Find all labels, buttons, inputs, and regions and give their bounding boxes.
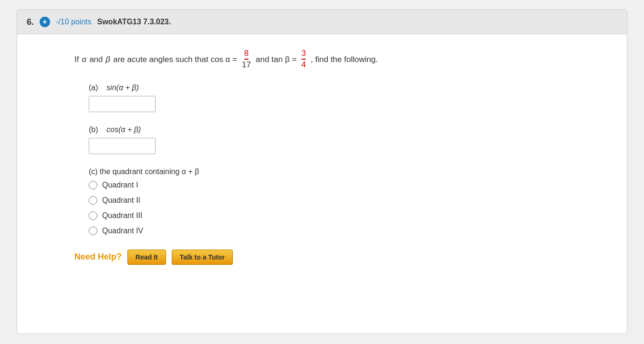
quadrant-i-option[interactable]: Quadrant I bbox=[89, 181, 579, 189]
beta-symbol: β bbox=[106, 53, 111, 66]
talk-to-tutor-button[interactable]: Talk to a Tutor bbox=[172, 250, 233, 265]
quadrant-iii-label: Quadrant III bbox=[102, 211, 143, 220]
tan-numerator: 3 bbox=[301, 49, 306, 60]
cos-denominator: 17 bbox=[242, 60, 251, 70]
statement-if: If bbox=[74, 53, 79, 66]
part-a: (a) sin(α + β) bbox=[89, 83, 579, 112]
need-help-label: Need Help? bbox=[74, 252, 122, 262]
question-number: 6. bbox=[27, 17, 34, 27]
points-label: -/10 points bbox=[56, 18, 92, 26]
add-icon: + bbox=[40, 17, 50, 27]
part-a-expression: sin(α + β) bbox=[106, 83, 139, 92]
part-a-input[interactable] bbox=[89, 96, 156, 112]
part-b-input[interactable] bbox=[89, 138, 156, 154]
question-card: 6. + -/10 points SwokATG13 7.3.023. If α… bbox=[17, 10, 627, 334]
tan-fraction: 3 4 bbox=[301, 49, 306, 70]
quadrant-i-label: Quadrant I bbox=[102, 181, 138, 189]
statement-suffix: , find the following. bbox=[311, 53, 378, 66]
quadrant-ii-radio[interactable] bbox=[89, 196, 97, 205]
quadrant-ii-label: Quadrant II bbox=[102, 196, 140, 205]
and-connector: and bbox=[89, 53, 103, 66]
quadrant-iii-radio[interactable] bbox=[89, 211, 97, 220]
statement-middle: are acute angles such that cos α = bbox=[113, 53, 237, 66]
statement-and: and tan β = bbox=[256, 53, 297, 66]
quadrant-ii-option[interactable]: Quadrant II bbox=[89, 196, 579, 205]
part-c-label: (c) the quadrant containing α + β bbox=[89, 167, 579, 176]
quadrant-radio-group: Quadrant I Quadrant II Quadrant III Quad… bbox=[89, 181, 579, 235]
part-b-label: (b) cos(α + β) bbox=[89, 125, 579, 134]
question-header: 6. + -/10 points SwokATG13 7.3.023. bbox=[17, 10, 627, 34]
cos-fraction: 8 17 bbox=[242, 49, 251, 70]
cos-numerator: 8 bbox=[244, 49, 249, 60]
tan-denominator: 4 bbox=[301, 60, 306, 70]
alpha-symbol: α bbox=[82, 53, 86, 66]
quadrant-iv-label: Quadrant IV bbox=[102, 227, 143, 235]
part-b-expression: cos(α + β) bbox=[106, 125, 141, 134]
quadrant-iv-radio[interactable] bbox=[89, 227, 97, 235]
part-a-label: (a) sin(α + β) bbox=[89, 83, 579, 92]
problem-statement: If α and β are acute angles such that co… bbox=[74, 49, 579, 70]
problem-id: SwokATG13 7.3.023. bbox=[97, 18, 171, 26]
part-b: (b) cos(α + β) bbox=[89, 125, 579, 154]
question-body: If α and β are acute angles such that co… bbox=[17, 34, 627, 279]
read-it-button[interactable]: Read It bbox=[127, 250, 166, 265]
quadrant-iv-option[interactable]: Quadrant IV bbox=[89, 227, 579, 235]
quadrant-iii-option[interactable]: Quadrant III bbox=[89, 211, 579, 220]
need-help-section: Need Help? Read It Talk to a Tutor bbox=[74, 250, 579, 265]
quadrant-i-radio[interactable] bbox=[89, 181, 97, 189]
